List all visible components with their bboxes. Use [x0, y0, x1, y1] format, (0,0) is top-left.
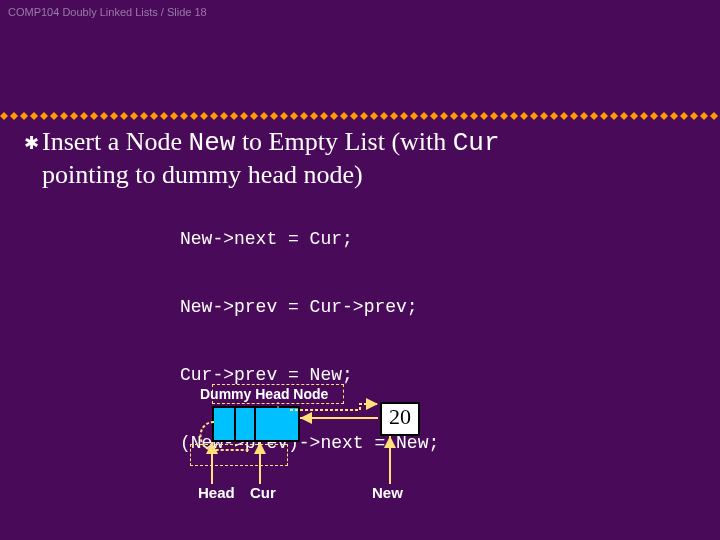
- title-text-3: pointing to dummy head node): [42, 160, 363, 189]
- diagram: 20 Dummy Head Node Head Cur New: [190, 380, 490, 520]
- title-mono-2: Cur: [453, 128, 500, 158]
- slide-title: ✱ Insert a Node New to Empty List (with …: [42, 126, 690, 191]
- slide-header: COMP104 Doubly Linked Lists / Slide 18: [8, 6, 207, 18]
- title-text-1: Insert a Node: [42, 127, 189, 156]
- code-line-2: New->prev = Cur->prev;: [180, 297, 418, 317]
- divider-icon: placeholder: [0, 110, 720, 122]
- title-text-2: to Empty List (with: [235, 127, 452, 156]
- title-mono-1: New: [189, 128, 236, 158]
- code-line-1: New->next = Cur;: [180, 229, 353, 249]
- slide: COMP104 Doubly Linked Lists / Slide 18 p…: [0, 0, 720, 540]
- bullet-icon: ✱: [24, 132, 39, 154]
- arrows-icon: [190, 380, 490, 520]
